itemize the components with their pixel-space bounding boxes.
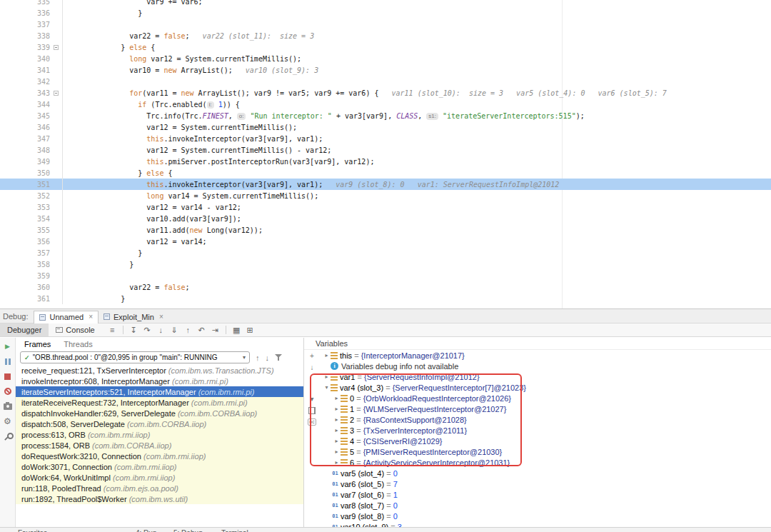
code-line[interactable]: 341 var10 = new ArrayList(); var10 (slot… <box>0 64 771 76</box>
code-line[interactable]: 359 <box>0 270 771 281</box>
gutter-fold-column[interactable] <box>50 121 63 133</box>
variable-row[interactable]: ▸1 = {WLMServerRequestInterceptor@21027} <box>320 403 771 414</box>
tab-debugger[interactable]: Debugger <box>0 323 49 336</box>
code-line[interactable]: 361 } <box>0 293 771 304</box>
resume-icon-button[interactable]: ▶ <box>3 342 13 351</box>
stack-frame-row[interactable]: receive_request:121, TxServerInterceptor… <box>16 365 303 376</box>
code-line[interactable]: 355 var11.add(new Long(var12)); <box>0 224 771 236</box>
pause-icon-button[interactable] <box>3 357 13 366</box>
close-icon[interactable]: × <box>89 313 93 321</box>
line-number[interactable]: 342 <box>0 78 50 86</box>
next-frame-icon[interactable]: ↓ <box>266 353 270 362</box>
expanded-icon[interactable]: ▾ <box>323 384 331 391</box>
variable-row[interactable]: ▸0 = {OrbWorkloadRequestInterceptor@2102… <box>320 393 771 403</box>
gutter-fold-column[interactable] <box>50 201 63 213</box>
gutter-fold-column[interactable] <box>50 64 63 76</box>
stop-icon-button[interactable] <box>3 372 13 381</box>
code-line[interactable]: 357 } <box>0 247 771 259</box>
stack-frame-row[interactable]: run:118, PooledThread (com.ibm.ejs.oa.po… <box>16 483 303 493</box>
code-line[interactable]: 339 } else { <box>0 41 771 53</box>
code-line[interactable]: 343 for(var11 = new ArrayList(); var9 !=… <box>0 87 771 99</box>
code-editor[interactable]: 335 var9 += var6;336 }337338 var22 = fal… <box>0 0 771 308</box>
line-number[interactable]: 335 <box>0 0 50 6</box>
gutter-fold-column[interactable] <box>50 259 63 270</box>
move-down-icon[interactable]: ↓ <box>311 364 314 371</box>
stack-frame-row[interactable]: dispatchInvokeHandler:629, ServerDelegat… <box>16 408 303 418</box>
line-number[interactable]: 345 <box>0 112 50 120</box>
code-line[interactable]: 337 <box>0 19 771 30</box>
code-line[interactable]: 342 <box>0 76 771 87</box>
collapsed-icon[interactable]: ▸ <box>333 459 341 466</box>
line-number[interactable]: 349 <box>0 158 50 166</box>
gutter-fold-column[interactable] <box>50 144 63 156</box>
gutter-fold-column[interactable] <box>50 76 63 87</box>
step-into-icon[interactable]: ↓ <box>155 326 167 334</box>
variables-info-row[interactable]: iVariables debug info not available <box>320 361 771 371</box>
code-line[interactable]: 347 this.invokeInterceptor(var3[var9], v… <box>0 133 771 144</box>
tool-window-button-5-debug[interactable]: 5: Debug <box>173 528 203 532</box>
gutter-fold-column[interactable] <box>50 19 63 30</box>
code-line[interactable]: 345 Trc.info(Trc.FINEST, o: "Run interce… <box>0 110 771 121</box>
gutter-fold-column[interactable] <box>50 247 63 259</box>
line-number[interactable]: 341 <box>0 66 50 74</box>
collapsed-icon[interactable]: ▸ <box>333 438 341 444</box>
code-line[interactable]: 346 var12 = System.currentTimeMillis(); <box>0 121 771 133</box>
drop-frame-icon[interactable]: ↶ <box>196 326 208 335</box>
gutter-fold-column[interactable] <box>50 167 63 179</box>
collapsed-icon[interactable]: ▸ <box>333 406 341 412</box>
code-line[interactable]: 335 var9 += var6; <box>0 0 771 7</box>
previous-frame-icon[interactable]: ↑ <box>256 353 260 362</box>
tab-frames[interactable]: Frames <box>24 340 51 348</box>
code-line[interactable]: 344 if (Trc.enabled(i: 1)) { <box>0 99 771 110</box>
line-number[interactable]: 337 <box>0 21 50 29</box>
stack-frame-row[interactable]: doRequestWork:3210, Connection (com.ibm.… <box>16 451 303 461</box>
thread-dump-icon-button[interactable] <box>3 402 13 411</box>
code-line[interactable]: 349 this.pmiServer.postInterceptorRun(va… <box>0 156 771 167</box>
stack-frame-row[interactable]: iterateServerInterceptors:521, Intercept… <box>16 386 303 397</box>
line-number[interactable]: 338 <box>0 32 50 40</box>
line-number[interactable]: 339 <box>0 44 50 51</box>
stack-frame-row[interactable]: iterateReceiveRequest:732, InterceptorMa… <box>16 397 303 408</box>
show-execution-point-icon[interactable]: ↧ <box>128 326 140 335</box>
close-icon[interactable]: × <box>159 313 163 321</box>
line-number[interactable]: 360 <box>0 283 50 291</box>
tool-window-button-4-run[interactable]: 4: Run <box>136 528 156 532</box>
gutter-fold-column[interactable] <box>50 236 63 247</box>
gutter-fold-column[interactable] <box>50 41 63 53</box>
stack-frame-row[interactable]: process:1584, ORB (com.ibm.CORBA.iiop) <box>16 440 303 451</box>
gutter-fold-column[interactable] <box>50 293 63 304</box>
evaluate-expression-icon[interactable]: ▦ <box>231 326 243 335</box>
gutter-fold-column[interactable] <box>50 224 63 236</box>
session-tab-exploit_min[interactable]: Exploit_Min× <box>99 311 168 323</box>
gutter-fold-column[interactable] <box>50 179 63 190</box>
tab-console[interactable]: Console <box>49 323 101 336</box>
collapsed-icon[interactable]: ▸ <box>333 395 341 401</box>
fold-marker-icon[interactable] <box>54 91 59 96</box>
line-number[interactable]: 361 <box>0 295 50 303</box>
line-number[interactable]: 355 <box>0 226 50 234</box>
line-number[interactable]: 343 <box>0 89 50 97</box>
stack-frame-row[interactable]: doWork:3071, Connection (com.ibm.rmi.iio… <box>16 461 303 472</box>
settings-icon-button[interactable]: ⚙ <box>3 417 13 426</box>
variable-row[interactable]: 01var7 (slot_6) = 1 <box>320 489 771 500</box>
variable-row[interactable]: 01var5 (slot_4) = 0 <box>320 468 771 478</box>
hide-frames-filter-icon[interactable] <box>275 354 282 361</box>
line-number[interactable]: 356 <box>0 238 50 246</box>
gutter-fold-column[interactable] <box>50 7 63 19</box>
variable-row[interactable]: 01var6 (slot_5) = 7 <box>320 478 771 489</box>
gutter-fold-column[interactable] <box>50 133 63 144</box>
oc-icon[interactable]: oc <box>308 418 316 426</box>
line-number[interactable]: 354 <box>0 215 50 223</box>
variable-row[interactable]: ▾var4 (slot_3) = {ServerRequestIntercept… <box>320 382 771 393</box>
line-number[interactable]: 359 <box>0 272 50 280</box>
variable-row[interactable]: ▸6 = {ActivityServiceServerInterceptor@2… <box>320 457 771 468</box>
run-to-cursor-icon[interactable]: ⇥ <box>209 326 221 335</box>
variable-row[interactable]: ▸4 = {CSIServerRI@21029} <box>320 436 771 446</box>
variable-row[interactable]: 01var8 (slot_7) = 0 <box>320 500 771 511</box>
line-number[interactable]: 348 <box>0 146 50 154</box>
code-line[interactable]: 354 var10.add(var3[var9]); <box>0 213 771 224</box>
stack-frame-row[interactable]: run:1892, ThreadPool$Worker (com.ibm.ws.… <box>16 493 303 504</box>
restore-layout-icon[interactable]: ⊞ <box>244 326 256 335</box>
collapsed-icon[interactable]: ▸ <box>323 373 331 380</box>
code-line[interactable]: 360 var22 = false; <box>0 281 771 293</box>
